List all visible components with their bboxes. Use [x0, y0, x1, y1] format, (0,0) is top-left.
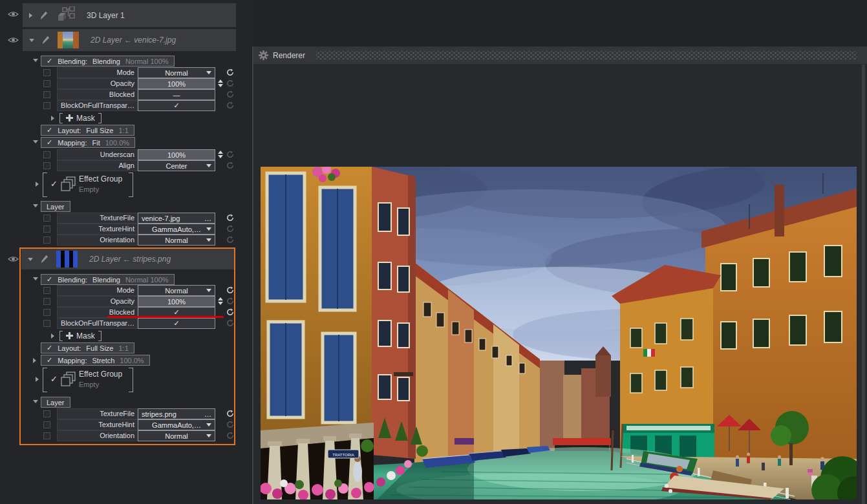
- reset-icon[interactable]: [226, 90, 234, 98]
- expander-icon[interactable]: [33, 204, 38, 207]
- reset-icon[interactable]: [226, 319, 234, 327]
- expander-icon[interactable]: [33, 400, 38, 403]
- gear-icon[interactable]: [259, 50, 268, 60]
- expander-icon[interactable]: [51, 333, 54, 339]
- opacity-spinner[interactable]: [218, 297, 223, 305]
- visibility-eye-icon[interactable]: [8, 255, 19, 263]
- row-checkbox[interactable]: [43, 226, 50, 233]
- checkbox-checked[interactable]: ✓: [47, 126, 52, 134]
- reset-icon[interactable]: [226, 68, 234, 76]
- layer-venice-header[interactable]: 2D Layer ← venice-7.jpg: [23, 29, 236, 51]
- vertical-scrollbar[interactable]: [862, 65, 865, 504]
- reset-icon[interactable]: [226, 410, 234, 417]
- texturefile-field[interactable]: stripes.png…: [138, 408, 215, 419]
- mode-dropdown[interactable]: Normal: [138, 285, 215, 296]
- edit-pencil-icon[interactable]: [42, 36, 50, 45]
- checkbox-checked[interactable]: ✓: [47, 138, 52, 147]
- reset-icon[interactable]: [226, 421, 234, 428]
- reset-icon[interactable]: [226, 286, 234, 294]
- align-dropdown[interactable]: Center: [138, 160, 215, 171]
- checkbox-checked[interactable]: ✓: [47, 275, 52, 284]
- browse-button[interactable]: …: [204, 215, 211, 222]
- expand-arrow-icon[interactable]: [29, 13, 32, 18]
- layer-stripes-header[interactable]: 2D Layer ← stripes.png: [21, 249, 235, 269]
- collapse-arrow-icon[interactable]: [28, 258, 33, 261]
- underscan-field[interactable]: 100%: [138, 149, 215, 160]
- texturehint-dropdown[interactable]: GammaAuto,…: [138, 419, 215, 430]
- expander-icon[interactable]: [36, 377, 39, 382]
- visibility-eye-icon[interactable]: [8, 36, 19, 44]
- reset-icon[interactable]: [226, 162, 234, 169]
- row-checkbox[interactable]: [43, 298, 50, 305]
- botransp-value: ✓: [173, 101, 179, 110]
- botransp-field[interactable]: ✓: [138, 318, 215, 329]
- mask-add[interactable]: Mask: [59, 330, 102, 341]
- mask-add[interactable]: Mask: [59, 112, 102, 123]
- section-layout[interactable]: ✓Layout:Full Size1:1: [41, 342, 134, 353]
- edit-pencil-icon[interactable]: [41, 255, 48, 264]
- checkbox-checked[interactable]: ✓: [47, 57, 52, 65]
- texturefile-label: TextureFile: [57, 408, 138, 419]
- section-layer_section[interactable]: Layer: [41, 201, 70, 212]
- visibility-eye-icon[interactable]: [8, 10, 19, 18]
- renderer-viewport[interactable]: TRATTORIA: [253, 64, 867, 504]
- opacity-spinner[interactable]: [218, 79, 223, 87]
- reset-icon[interactable]: [226, 225, 234, 233]
- mode-dropdown[interactable]: Normal: [138, 67, 215, 78]
- reset-icon[interactable]: [226, 151, 234, 158]
- header-dots-pattern: [316, 51, 857, 60]
- opacity-field[interactable]: 100%: [138, 78, 215, 89]
- reset-icon[interactable]: [226, 432, 234, 439]
- expander-icon[interactable]: [33, 59, 38, 62]
- collapse-arrow-icon[interactable]: [29, 39, 34, 42]
- row-checkbox[interactable]: [43, 236, 50, 244]
- reset-icon[interactable]: [226, 101, 234, 109]
- section-layer_section[interactable]: Layer: [41, 397, 70, 408]
- section-blending[interactable]: ✓Blending:BlendingNormal 100%: [41, 274, 175, 285]
- layer-3d-header[interactable]: 3D Layer 1: [23, 3, 236, 27]
- reset-icon[interactable]: [226, 297, 234, 305]
- row-checkbox[interactable]: [43, 162, 50, 169]
- reset-icon[interactable]: [226, 236, 234, 244]
- orientation-dropdown[interactable]: Normal: [138, 430, 215, 441]
- browse-button[interactable]: …: [204, 410, 211, 418]
- edit-pencil-icon[interactable]: [40, 11, 48, 20]
- underscan-spinner[interactable]: [218, 151, 223, 158]
- row-checkbox[interactable]: [43, 215, 50, 222]
- row-checkbox[interactable]: [43, 421, 50, 428]
- botransp-field[interactable]: ✓: [138, 100, 215, 111]
- row-checkbox[interactable]: [43, 309, 50, 316]
- reset-icon[interactable]: [226, 308, 234, 316]
- row-checkbox[interactable]: [43, 69, 50, 76]
- row-checkbox[interactable]: [43, 432, 50, 439]
- checkbox-checked[interactable]: ✓: [50, 374, 58, 384]
- row-checkbox[interactable]: [43, 287, 50, 294]
- texturehint-dropdown[interactable]: GammaAuto,…: [138, 224, 215, 235]
- section-layout[interactable]: ✓Layout:Full Size1:1: [41, 125, 134, 136]
- row-checkbox[interactable]: [43, 410, 50, 417]
- checkbox-checked[interactable]: ✓: [50, 179, 58, 189]
- row-checkbox[interactable]: [43, 102, 50, 109]
- plus-icon: [66, 332, 73, 339]
- checkbox-checked[interactable]: ✓: [47, 356, 52, 364]
- venice-canal-photo: TRATTORIA: [261, 167, 857, 499]
- checkbox-checked[interactable]: ✓: [47, 344, 52, 352]
- row-checkbox[interactable]: [43, 151, 50, 158]
- section-mapping[interactable]: ✓Mapping:Fit100.0%: [41, 137, 135, 148]
- orientation-dropdown[interactable]: Normal: [138, 235, 215, 246]
- expander-icon[interactable]: [36, 182, 39, 187]
- row-checkbox[interactable]: [43, 91, 50, 98]
- blocked-field[interactable]: —: [138, 89, 215, 100]
- section-blending[interactable]: ✓Blending:BlendingNormal 100%: [41, 56, 175, 67]
- reset-icon[interactable]: [226, 214, 234, 222]
- expander-icon[interactable]: [33, 358, 36, 363]
- texturefile-field[interactable]: venice-7.jpg…: [138, 213, 215, 224]
- row-checkbox[interactable]: [43, 320, 50, 327]
- opacity-field[interactable]: 100%: [138, 296, 215, 307]
- expander-icon[interactable]: [51, 116, 54, 121]
- row-checkbox[interactable]: [43, 80, 50, 87]
- reset-icon[interactable]: [226, 79, 234, 87]
- expander-icon[interactable]: [33, 277, 38, 280]
- expander-icon[interactable]: [33, 140, 38, 143]
- section-mapping[interactable]: ✓Mapping:Stretch100.0%: [41, 355, 150, 366]
